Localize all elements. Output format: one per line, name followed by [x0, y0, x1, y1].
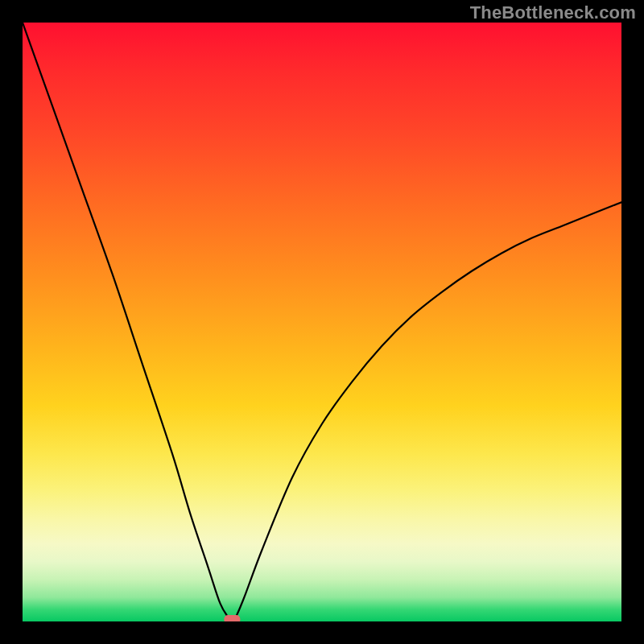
plot-area — [23, 23, 621, 621]
optimal-marker — [224, 615, 240, 621]
watermark-text: TheBottleneck.com — [470, 2, 636, 23]
chart-svg — [23, 23, 621, 621]
bottleneck-curve — [23, 23, 621, 621]
outer-frame: TheBottleneck.com — [0, 0, 644, 644]
